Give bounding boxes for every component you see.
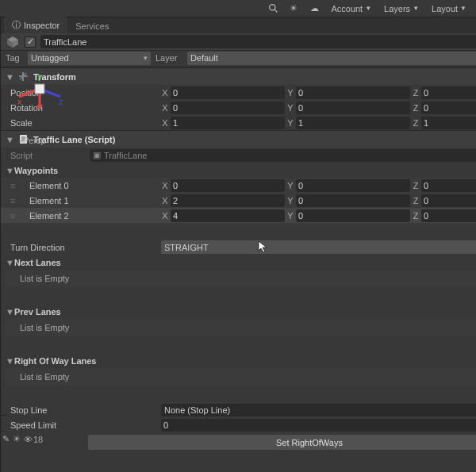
foldout-icon[interactable]: ▼ <box>6 307 13 317</box>
waypoint-x-input[interactable] <box>171 179 285 192</box>
script-title: Traffic Lane (Script) <box>33 135 476 144</box>
tab-inspector[interactable]: ⓘInspector <box>4 17 67 33</box>
transform-component: ▼ Transform ?⇄⋮ Position X Y Z Rotation … <box>1 67 476 130</box>
list-item[interactable]: ≡Element 1 X Y Z <box>1 193 476 208</box>
waypoint-z-input[interactable] <box>421 179 476 192</box>
menu-icon[interactable]: ⋮ <box>0 418 3 428</box>
persp-label: ◂Persp <box>19 136 46 145</box>
layers-dropdown[interactable]: Layers▼ <box>379 2 424 16</box>
tag-label: Tag <box>6 53 23 63</box>
foldout-icon[interactable]: ▼ <box>6 135 13 144</box>
stop-line-label: Stop Line <box>10 405 161 415</box>
script-slot-icon: ▣ <box>93 150 101 160</box>
row-lanes-label: Right Of Way Lanes <box>14 356 476 366</box>
foldout-icon[interactable]: ▼ <box>6 166 13 175</box>
traffic-lane-component: ▼ Traffic Lane (Script) ?⇄⋮ Script ▣Traf… <box>1 130 476 450</box>
top-toolbar: ☀ ☁ Account▼ Layers▼ Layout▼ <box>0 0 476 17</box>
eyedropper-icon[interactable]: ✎ <box>2 434 10 444</box>
waypoint-x-input[interactable] <box>171 194 285 207</box>
stop-line-field[interactable]: None (Stop Line)⊙ <box>161 404 476 416</box>
visibility-icon[interactable]: 👁18 <box>24 435 43 444</box>
position-x-input[interactable] <box>171 86 285 99</box>
transform-title: Transform <box>33 72 476 82</box>
script-field[interactable]: ▣TrafficLane⊙ <box>90 149 476 162</box>
inspector-panel: ⓘInspector Services 🔒⋮ ✓ Static ▼ Tag Un… <box>1 17 476 472</box>
turn-direction-dropdown[interactable]: STRAIGHT <box>161 240 476 254</box>
list-item[interactable]: ≡Element 2 X Y Z <box>1 208 476 223</box>
cloud-icon[interactable]: ☁ <box>305 2 323 16</box>
waypoint-y-input[interactable] <box>296 194 410 207</box>
svg-text:y: y <box>38 71 43 81</box>
set-rightofways-button[interactable]: Set RightOfWays <box>88 435 476 450</box>
orientation-gizmo[interactable]: x z y <box>16 65 63 113</box>
scale-label: Scale <box>10 118 161 128</box>
layer-dropdown[interactable]: Default <box>187 52 476 65</box>
foldout-icon[interactable]: ▼ <box>6 258 13 267</box>
sun-icon[interactable]: ☀ <box>13 434 21 444</box>
svg-text:z: z <box>59 97 63 106</box>
tag-dropdown[interactable]: Untagged <box>28 52 151 65</box>
foldout-icon[interactable]: ▼ <box>6 356 13 366</box>
script-label: Script <box>10 151 90 160</box>
position-y-input[interactable] <box>296 86 410 99</box>
list-item[interactable]: ≡Element 0 X Y Z <box>1 178 476 193</box>
empty-list-label: List is Empty <box>6 368 476 386</box>
waypoint-x-input[interactable] <box>171 209 285 222</box>
empty-list-label: List is Empty <box>6 319 476 336</box>
waypoints-label: Waypoints <box>14 166 476 175</box>
speed-limit-label: Speed Limit <box>10 420 161 430</box>
object-name-input[interactable] <box>40 35 476 48</box>
drag-handle-icon[interactable]: ≡ <box>10 196 20 205</box>
position-z-input[interactable] <box>421 86 476 99</box>
scale-z-input[interactable] <box>421 117 476 129</box>
svg-line-1 <box>274 10 277 12</box>
scale-y-input[interactable] <box>296 117 410 129</box>
empty-list-label: List is Empty <box>6 270 476 287</box>
scale-x-input[interactable] <box>171 117 285 129</box>
turn-direction-label: Turn Direction <box>10 243 161 252</box>
svg-rect-8 <box>35 84 44 94</box>
rotation-z-input[interactable] <box>421 102 476 114</box>
svg-marker-7 <box>36 105 43 109</box>
speed-limit-input[interactable] <box>161 419 476 432</box>
account-dropdown[interactable]: Account▼ <box>326 2 376 16</box>
next-lanes-label: Next Lanes <box>14 258 476 267</box>
gameobject-icon[interactable] <box>6 35 20 49</box>
svg-text:x: x <box>17 97 22 106</box>
layout-dropdown[interactable]: Layout▼ <box>427 2 471 16</box>
foldout-icon[interactable]: ▼ <box>6 72 13 82</box>
drag-handle-icon[interactable]: ≡ <box>10 211 20 221</box>
prev-lanes-label: Prev Lanes <box>14 307 476 317</box>
sun-icon[interactable]: ☀ <box>285 2 302 16</box>
active-checkbox[interactable]: ✓ <box>25 36 36 48</box>
layer-label: Layer <box>155 53 182 63</box>
waypoint-z-input[interactable] <box>421 209 476 222</box>
drag-handle-icon[interactable]: ≡ <box>10 181 20 190</box>
waypoint-y-input[interactable] <box>296 209 410 222</box>
waypoint-z-input[interactable] <box>421 194 476 207</box>
rotation-x-input[interactable] <box>171 102 285 114</box>
svg-point-0 <box>270 5 275 10</box>
tab-services[interactable]: Services <box>67 19 117 33</box>
search-icon[interactable] <box>264 2 282 16</box>
rotation-y-input[interactable] <box>296 102 410 114</box>
info-icon: ⓘ <box>12 19 21 31</box>
waypoint-y-input[interactable] <box>296 179 410 192</box>
